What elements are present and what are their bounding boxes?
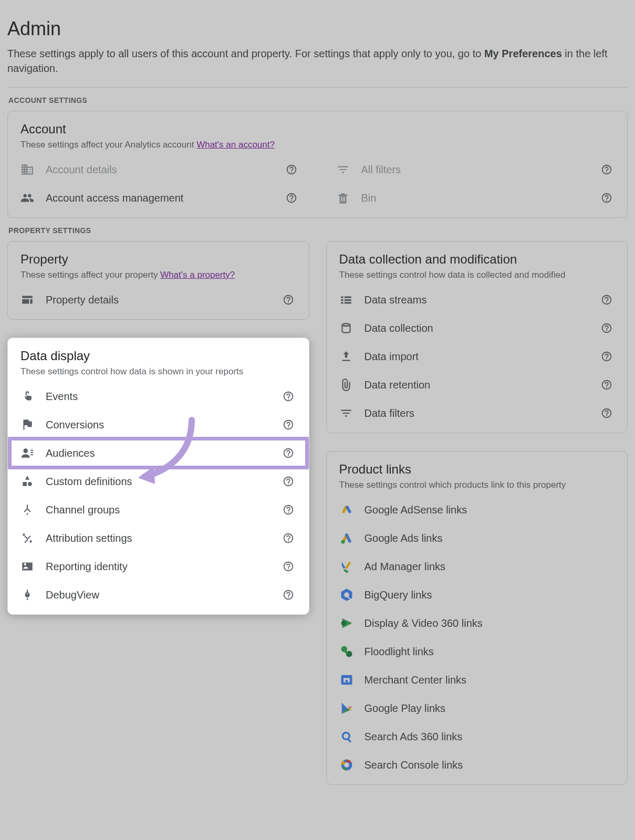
- custom-definitions-label: Custom definitions: [46, 476, 280, 488]
- row-account-access[interactable]: Account access management: [20, 184, 299, 212]
- adsense-label: Google AdSense links: [365, 504, 615, 516]
- floodlight-icon: [339, 644, 365, 659]
- dv360-label: Display & Video 360 links: [365, 617, 615, 629]
- row-admanager[interactable]: Ad Manager links: [339, 552, 615, 581]
- row-audiences[interactable]: Audiences: [20, 439, 296, 467]
- debugview-help-icon[interactable]: [280, 587, 296, 603]
- admanager-icon: [339, 559, 365, 574]
- conversions-label: Conversions: [46, 419, 280, 431]
- all-filters-label: All filters: [361, 164, 599, 176]
- account-details-help-icon[interactable]: [284, 162, 299, 177]
- upload-icon: [339, 350, 365, 363]
- row-dv360[interactable]: Display & Video 360 links: [339, 609, 615, 637]
- data-retention-help-icon[interactable]: [599, 377, 615, 393]
- people-icon: [20, 191, 46, 205]
- admanager-label: Ad Manager links: [365, 561, 615, 573]
- row-property-details[interactable]: Property details: [20, 286, 296, 314]
- row-searchconsole[interactable]: Search Console links: [339, 751, 615, 779]
- data-streams-label: Data streams: [365, 294, 599, 306]
- data-filters-label: Data filters: [365, 407, 599, 419]
- property-card: Property These settings affect your prop…: [7, 241, 309, 320]
- row-floodlight[interactable]: Floodlight links: [339, 637, 615, 666]
- all-filters-help-icon[interactable]: [599, 162, 615, 177]
- data-display-card: Data display These settings control how …: [7, 338, 309, 615]
- whats-a-property-link[interactable]: What's a property?: [160, 270, 235, 280]
- row-bigquery[interactable]: BigQuery links: [339, 581, 615, 609]
- product-links-subtitle: These settings control which products li…: [339, 480, 615, 490]
- audiences-label: Audiences: [46, 447, 280, 459]
- conversions-help-icon[interactable]: [280, 417, 296, 433]
- property-details-help-icon[interactable]: [280, 292, 296, 308]
- row-events[interactable]: Events: [20, 382, 296, 411]
- row-data-retention[interactable]: Data retention: [339, 371, 615, 399]
- account-card-title: Account: [20, 122, 615, 136]
- channel-groups-label: Channel groups: [46, 504, 280, 516]
- filter-icon: [336, 163, 361, 176]
- property-card-title: Property: [20, 252, 296, 267]
- events-help-icon[interactable]: [280, 388, 296, 404]
- data-retention-label: Data retention: [365, 379, 599, 391]
- product-links-card: Product links These settings control whi…: [326, 451, 628, 785]
- play-icon: [339, 701, 365, 716]
- reporting-identity-help-icon[interactable]: [280, 559, 296, 574]
- route-icon: [20, 531, 46, 545]
- custom-definitions-help-icon[interactable]: [280, 474, 296, 489]
- row-custom-definitions[interactable]: Custom definitions: [20, 467, 296, 496]
- page-description: These settings apply to all users of thi…: [7, 46, 628, 76]
- audiences-help-icon[interactable]: [280, 445, 296, 461]
- account-access-help-icon[interactable]: [284, 190, 299, 206]
- row-data-streams[interactable]: Data streams: [339, 286, 615, 314]
- row-reporting-identity[interactable]: Reporting identity: [20, 552, 296, 581]
- idcard-icon: [20, 560, 46, 573]
- data-collection-label: Data collection: [365, 322, 599, 334]
- account-details-label: Account details: [46, 164, 284, 176]
- attribution-label: Attribution settings: [46, 532, 280, 544]
- row-all-filters[interactable]: All filters: [336, 155, 615, 184]
- data-import-label: Data import: [365, 351, 599, 363]
- sa360-icon: [339, 729, 365, 744]
- whats-an-account-link[interactable]: What's an account?: [196, 140, 275, 150]
- debug-icon: [20, 588, 46, 602]
- searchconsole-icon: [339, 758, 365, 772]
- data-collection-subtitle: These settings control how data is colle…: [339, 270, 615, 280]
- property-card-subtitle: These settings affect your property What…: [20, 270, 296, 280]
- channel-groups-help-icon[interactable]: [280, 502, 296, 518]
- flag-icon: [20, 418, 46, 432]
- attribution-help-icon[interactable]: [280, 530, 296, 546]
- domain-icon: [20, 163, 46, 176]
- row-data-collection[interactable]: Data collection: [339, 314, 615, 342]
- row-bin[interactable]: Bin: [336, 184, 615, 212]
- reporting-identity-label: Reporting identity: [46, 561, 280, 573]
- row-adsense[interactable]: Google AdSense links: [339, 496, 615, 524]
- merchant-icon: [339, 673, 365, 687]
- row-channel-groups[interactable]: Channel groups: [20, 496, 296, 524]
- sa360-label: Search Ads 360 links: [365, 731, 615, 743]
- row-account-details[interactable]: Account details: [20, 155, 299, 184]
- property-details-label: Property details: [46, 294, 280, 306]
- data-streams-help-icon[interactable]: [599, 292, 615, 308]
- row-conversions[interactable]: Conversions: [20, 411, 296, 439]
- play-label: Google Play links: [365, 702, 615, 715]
- section-account-settings: ACCOUNT SETTINGS: [8, 96, 628, 104]
- ads-icon: [339, 531, 365, 545]
- row-merchant[interactable]: Merchant Center links: [339, 666, 615, 694]
- row-data-import[interactable]: Data import: [339, 342, 615, 371]
- clip-icon: [339, 378, 365, 392]
- data-filters-help-icon[interactable]: [599, 405, 615, 421]
- dv360-icon: [339, 616, 365, 631]
- personlist-icon: [20, 446, 46, 460]
- row-sa360[interactable]: Search Ads 360 links: [339, 722, 615, 751]
- row-data-filters[interactable]: Data filters: [339, 399, 615, 427]
- floodlight-label: Floodlight links: [365, 646, 615, 658]
- data-collection-help-icon[interactable]: [599, 320, 615, 336]
- bin-help-icon[interactable]: [599, 190, 615, 206]
- row-attribution[interactable]: Attribution settings: [20, 524, 296, 552]
- row-debugview[interactable]: DebugView: [20, 581, 296, 609]
- filter-icon: [339, 406, 365, 420]
- merge-icon: [20, 503, 46, 517]
- row-ads[interactable]: Google Ads links: [339, 524, 615, 552]
- db-icon: [339, 321, 365, 335]
- data-collection-card: Data collection and modification These s…: [326, 241, 628, 433]
- data-import-help-icon[interactable]: [599, 349, 615, 364]
- row-play[interactable]: Google Play links: [339, 694, 615, 722]
